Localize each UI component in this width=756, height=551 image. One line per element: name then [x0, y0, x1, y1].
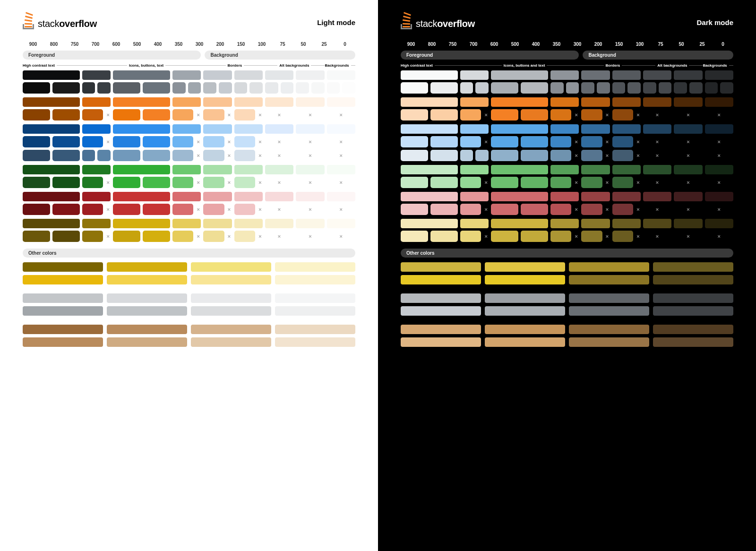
x-icon: × — [196, 112, 201, 118]
swatch — [23, 150, 50, 161]
other-swatch-1-2 — [191, 275, 271, 284]
x-icon: × — [308, 153, 313, 158]
swatch-red-wide-3 — [172, 192, 201, 201]
swatch — [401, 204, 428, 215]
swatch — [23, 136, 50, 147]
swatch-green-wide-0 — [401, 165, 458, 174]
other-swatch-3-0 — [401, 306, 481, 316]
swatch — [430, 82, 458, 94]
step-25: 25 — [692, 42, 713, 47]
swatch-yellow-wide-8 — [705, 219, 733, 228]
other-colors-pill: Other colors — [23, 249, 355, 258]
swatch-pair-yellow-3: × — [550, 231, 579, 242]
x-icon: × — [277, 153, 282, 158]
other-swatch-5-1 — [107, 337, 187, 347]
swatch-pair-blue-0 — [23, 136, 80, 147]
x-icon: × — [105, 139, 111, 145]
swatch-red-wide-7 — [674, 192, 702, 201]
other-colors — [23, 262, 355, 356]
swatch-yellow-wide-0 — [401, 219, 458, 228]
swatch-pair-green-8: × — [705, 177, 733, 188]
x-icon: × — [258, 112, 263, 118]
x-icon: × — [277, 180, 282, 185]
swatch-yellow-wide-1 — [460, 219, 489, 228]
swatch-pair-powder-6: × — [265, 150, 293, 161]
swatch — [52, 109, 80, 121]
x-icon: × — [338, 153, 344, 158]
swatch — [460, 231, 481, 242]
swatch-pair-blue-2 — [113, 136, 170, 147]
swatch — [203, 150, 224, 161]
swatch-pair-yellow-1: × — [460, 231, 489, 242]
swatch — [82, 150, 95, 161]
swatch — [491, 204, 518, 215]
family-green: ××××××× — [401, 165, 733, 188]
swatch-pair-green-6: × — [265, 177, 293, 188]
family-yellow: ××××××× — [401, 219, 733, 242]
swatch-pair-powder-6: × — [643, 150, 671, 161]
swatch — [52, 231, 80, 242]
swatch — [521, 204, 548, 215]
x-icon: × — [686, 112, 691, 118]
swatch — [342, 82, 355, 94]
swatch — [234, 204, 255, 215]
swatch — [581, 150, 602, 161]
swatch — [172, 204, 193, 215]
swatch-pair-powder-4: × — [581, 150, 610, 161]
swatch-orange-wide-1 — [460, 97, 489, 107]
swatch-orange-wide-6 — [265, 97, 293, 107]
swatch — [82, 82, 95, 94]
swatch — [521, 136, 548, 147]
swatch-pair-blue-3: × — [550, 136, 579, 147]
swatch-pair-green-1: × — [82, 177, 111, 188]
swatch-pair-powder-7: × — [296, 150, 324, 161]
swatch-orange-wide-8 — [705, 97, 733, 107]
swatch-yellow-wide-5 — [612, 219, 641, 228]
swatch-gray-wide-8 — [327, 70, 355, 80]
scale-steps: 9008007507006005004003503002001501007550… — [401, 42, 733, 47]
x-icon: × — [105, 233, 111, 239]
swatch — [612, 109, 633, 121]
swatch-pair-powder-7: × — [674, 150, 702, 161]
other-row-0 — [401, 262, 733, 272]
swatch — [113, 136, 140, 147]
other-swatch-1-3 — [653, 275, 733, 284]
x-icon: × — [655, 180, 660, 185]
swatch-red-wide-0 — [401, 192, 458, 201]
swatch — [521, 177, 548, 188]
swatch-pair-yellow-5: × — [234, 231, 263, 242]
x-icon: × — [636, 233, 641, 239]
other-swatch-5-2 — [191, 337, 271, 347]
swatch-pair-yellow-5: × — [612, 231, 641, 242]
swatch-yellow-wide-2 — [491, 219, 548, 228]
swatch-gray-wide-5 — [612, 70, 641, 80]
swatch-red-wide-1 — [82, 192, 111, 201]
swatch-pair-orange-0 — [23, 109, 80, 121]
swatch — [612, 231, 633, 242]
swatch — [143, 136, 170, 147]
swatch-pair-red-4: × — [203, 204, 232, 215]
swatch-pair-red-8: × — [327, 204, 355, 215]
swatch-pair-green-1: × — [460, 177, 489, 188]
x-icon: × — [227, 180, 232, 185]
swatch-gray-wide-7 — [674, 70, 702, 80]
swatch — [460, 136, 481, 147]
swatch-yellow-wide-6 — [643, 219, 671, 228]
swatch-green-wide-8 — [327, 165, 355, 174]
swatch — [643, 82, 656, 94]
swatch-pair-powder-0 — [23, 150, 80, 161]
x-icon: × — [308, 233, 313, 239]
step-500: 500 — [127, 42, 147, 47]
swatch — [143, 177, 170, 188]
swatch — [550, 136, 571, 147]
swatch-gray-wide-2 — [491, 70, 548, 80]
background-pill: Background — [583, 51, 733, 60]
other-swatch-1-2 — [569, 275, 649, 284]
swatch-pair-orange-5: × — [234, 109, 263, 121]
other-swatch-0-1 — [485, 262, 565, 272]
swatch-pair-blue-2 — [491, 136, 548, 147]
x-icon: × — [258, 180, 263, 185]
swatch — [705, 82, 718, 94]
x-icon: × — [574, 153, 579, 158]
swatch-pair-gray-0 — [23, 82, 80, 94]
